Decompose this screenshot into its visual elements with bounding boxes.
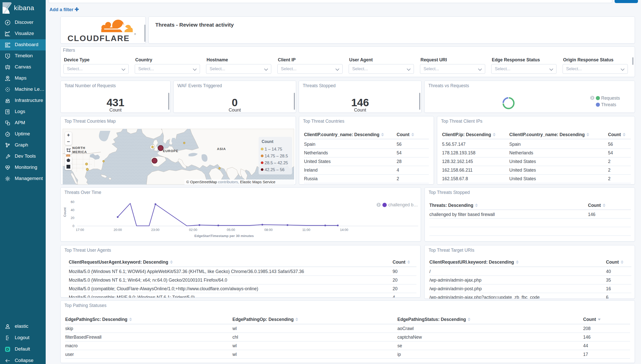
- svg-text:20:00: 20:00: [114, 228, 122, 232]
- svg-text:ASIA: ASIA: [217, 147, 226, 151]
- svg-text:Count: Count: [63, 207, 67, 217]
- svg-text:1 – 14.75: 1 – 14.75: [265, 147, 282, 151]
- svg-text:28.5 – 42.25: 28.5 – 42.25: [265, 160, 288, 165]
- svg-text:EUROPE: EUROPE: [163, 149, 178, 153]
- svg-text:CLOUDFLARE: CLOUDFLARE: [68, 34, 130, 43]
- svg-text:17:00: 17:00: [76, 228, 84, 232]
- svg-text:40: 40: [71, 208, 74, 212]
- svg-text:02:00: 02:00: [189, 228, 197, 232]
- svg-text:08:00: 08:00: [264, 228, 273, 232]
- svg-text:14:00: 14:00: [340, 228, 348, 232]
- svg-text:© OpenStreetMap contributors,: © OpenStreetMap contributors, Elastic Ma…: [186, 180, 275, 184]
- svg-text:NORTH: NORTH: [72, 146, 85, 150]
- svg-text:23:00: 23:00: [151, 228, 160, 232]
- svg-text:0: 0: [73, 224, 74, 228]
- svg-text:20: 20: [71, 216, 74, 220]
- svg-text:D: D: [6, 347, 9, 351]
- svg-text:42.25 – 56: 42.25 – 56: [265, 167, 284, 172]
- svg-text:Count: Count: [262, 139, 274, 144]
- svg-text:11:00: 11:00: [302, 228, 310, 232]
- svg-text:EdgeStartTimestamp per 30 minu: EdgeStartTimestamp per 30 minutes: [194, 234, 254, 238]
- svg-text:05:00: 05:00: [227, 228, 235, 232]
- svg-text:60: 60: [71, 200, 74, 204]
- svg-text:14.75 – 28.5: 14.75 – 28.5: [265, 154, 288, 158]
- svg-text:®: ®: [134, 33, 136, 35]
- svg-text:AMERICA: AMERICA: [70, 150, 87, 154]
